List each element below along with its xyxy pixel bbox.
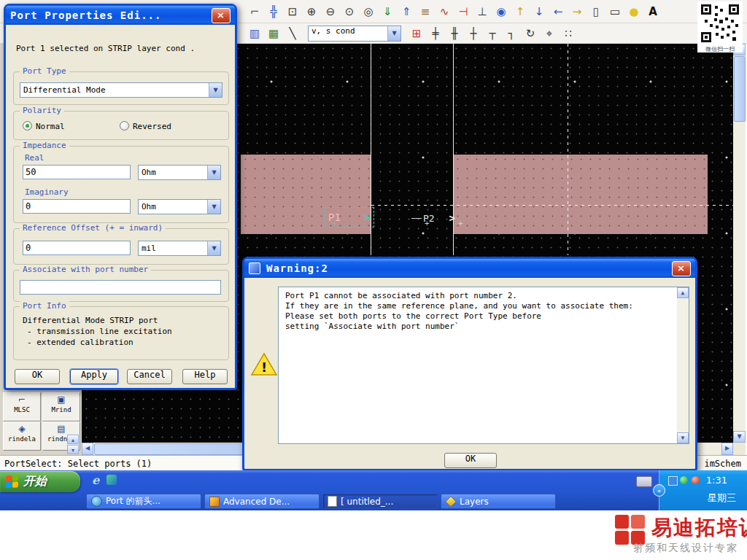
polarity-normal-option[interactable]: Normal xyxy=(23,121,65,131)
radio-reversed[interactable] xyxy=(120,121,129,131)
scroll-down-button[interactable]: ▼ xyxy=(677,432,689,443)
zoom-out-icon[interactable]: ⊖ xyxy=(321,4,340,20)
warning-scrollbar[interactable]: ▲ ▼ xyxy=(677,287,689,443)
coord-icon[interactable]: ⌖ xyxy=(540,26,559,42)
palette-item-rindela[interactable]: ◈ rindela xyxy=(3,421,41,451)
status-right-text: imSchem xyxy=(704,459,741,469)
import-icon[interactable]: ⇓ xyxy=(378,4,397,20)
real-unit-combo[interactable]: Ohm ▼ xyxy=(138,165,221,180)
chevron-down-icon[interactable]: ▼ xyxy=(387,26,400,41)
red-status-tray-icon[interactable] xyxy=(692,476,700,484)
chevron-down-icon[interactable]: ▼ xyxy=(207,200,220,214)
chevron-down-icon[interactable]: ▼ xyxy=(207,166,220,179)
port-p2[interactable]: P2 > xyxy=(411,209,455,228)
rotate-icon[interactable]: ↻ xyxy=(521,26,540,42)
arrow-right-icon[interactable]: → xyxy=(568,4,587,20)
help-button[interactable]: Help xyxy=(182,369,228,384)
palette-item-mlsc[interactable]: ⌐ MLSC xyxy=(3,392,41,421)
port-type-value: Differential Mode xyxy=(20,85,209,95)
arrow-left-icon[interactable]: ← xyxy=(549,4,568,20)
ok-button[interactable]: OK xyxy=(444,453,497,468)
radio-normal-label: Normal xyxy=(36,122,65,131)
zoom-area-icon[interactable]: ⊡ xyxy=(283,4,302,20)
draw-pin-icon[interactable]: ▦ xyxy=(264,26,283,42)
network-tray-icon[interactable] xyxy=(668,476,678,486)
rindnbr-icon: ▤ xyxy=(43,422,80,435)
canvas-vscrollbar[interactable]: ▲ ▼ xyxy=(733,44,746,443)
port-dialog-titlebar[interactable]: Port Properties Edi... × xyxy=(6,6,235,25)
port-p2-polarity-mark: + xyxy=(425,219,430,228)
scroll-down-button[interactable]: ▼ xyxy=(733,431,746,443)
rectangle-icon[interactable]: ▭ xyxy=(605,4,624,20)
polarity-reversed-option[interactable]: Reversed xyxy=(120,121,171,131)
imaginary-input[interactable] xyxy=(23,199,131,214)
stretch-icon[interactable]: ┼ xyxy=(464,26,483,42)
library-icon[interactable]: ≡ xyxy=(416,4,435,20)
close-icon[interactable]: × xyxy=(212,8,231,23)
export-icon[interactable]: ⇑ xyxy=(397,4,416,20)
printer-icon[interactable] xyxy=(636,476,652,487)
tee-icon[interactable]: ┬ xyxy=(483,26,502,42)
real-input[interactable] xyxy=(23,165,131,179)
warning-dialog-titlebar[interactable]: Warning:2 × xyxy=(244,259,695,278)
via-array-icon[interactable]: ▥ xyxy=(245,26,264,42)
cancel-button[interactable]: Cancel xyxy=(127,369,172,384)
associate-input[interactable] xyxy=(20,280,221,295)
quick-launch-app-icon[interactable] xyxy=(107,475,117,485)
close-icon[interactable]: × xyxy=(672,261,691,276)
palette-item-mrind[interactable]: ▣ Mrind xyxy=(42,392,80,421)
taskbar-item-untitled[interactable]: [ untitled_... xyxy=(322,494,438,509)
impedance-group: Impedance Real Ohm ▼ Imaginary Ohm ▼ xyxy=(13,146,229,223)
port-ref-icon[interactable]: ⊞ xyxy=(407,26,426,42)
layer-combo[interactable]: v, s cond ▼ xyxy=(308,26,401,42)
scroll-up-button[interactable]: ▲ xyxy=(677,287,689,298)
wire-icon[interactable]: ∿ xyxy=(435,4,454,20)
green-status-tray-icon[interactable] xyxy=(680,476,688,484)
ref-offset-unit-value: mil xyxy=(139,244,207,253)
polygon-icon[interactable]: ▯ xyxy=(587,4,605,20)
conductor-region-right[interactable] xyxy=(453,155,708,234)
tray-clock[interactable]: 1:31 xyxy=(706,475,727,486)
ref-offset-unit-combo[interactable]: mil ▼ xyxy=(138,241,221,256)
edge-port-icon[interactable]: ╪ xyxy=(426,26,445,42)
taskbar-item-port[interactable]: Port 的箭头... xyxy=(86,494,201,509)
scroll-right-button[interactable]: ▶ xyxy=(721,443,733,455)
quick-launch-ie-icon[interactable]: e xyxy=(89,473,102,486)
ground-icon[interactable]: ⊥ xyxy=(473,4,492,20)
port-dialog-title: Port Properties Edi... xyxy=(10,9,161,21)
zoom-point-icon[interactable]: ⊙ xyxy=(340,4,359,20)
arrow-up-icon[interactable]: ↑ xyxy=(511,4,530,20)
radio-normal[interactable] xyxy=(23,121,32,131)
zoom-full-icon[interactable]: ◎ xyxy=(359,4,378,20)
collapse-tray-button[interactable]: « xyxy=(653,484,665,497)
text-icon[interactable]: A xyxy=(643,4,662,20)
start-button[interactable]: 开始 xyxy=(0,471,80,492)
port-type-combo[interactable]: Differential Mode ▼ xyxy=(20,82,222,98)
grid-icon[interactable]: ∷ xyxy=(559,26,578,42)
taskbar-item-advanced-design[interactable]: Advanced De... xyxy=(204,494,320,509)
palette-scroll-down-button[interactable]: ▾ xyxy=(67,445,79,454)
vscroll-thumb[interactable] xyxy=(734,56,746,122)
corner-icon[interactable]: ┐ xyxy=(502,26,521,42)
polarity-group: Polarity Normal Reversed xyxy=(13,111,229,140)
move-icon[interactable]: ╬ xyxy=(264,4,283,20)
chevron-down-icon[interactable]: ▼ xyxy=(207,241,220,255)
line-icon[interactable]: ╲ xyxy=(283,26,302,42)
port-icon[interactable]: ⊣ xyxy=(454,4,473,20)
circle-icon[interactable]: ● xyxy=(624,4,643,20)
scroll-left-button[interactable]: ◀ xyxy=(82,443,93,455)
apply-button[interactable]: Apply xyxy=(70,369,118,384)
imaginary-unit-combo[interactable]: Ohm ▼ xyxy=(138,199,221,214)
via-icon[interactable]: ◉ xyxy=(492,4,511,20)
palette-scroll-up-button[interactable]: ▴ xyxy=(67,435,79,444)
offset-port-icon[interactable]: ╫ xyxy=(445,26,464,42)
taskbar-item-layers[interactable]: Layers xyxy=(441,494,556,509)
arrow-down-icon[interactable]: ↓ xyxy=(530,4,549,20)
ok-button[interactable]: OK xyxy=(15,369,60,384)
taskbar-item-label: Layers xyxy=(460,497,489,507)
port-selection-info: Port 1 selected on STRIP layer cond . xyxy=(16,44,195,53)
ref-offset-input[interactable] xyxy=(23,241,131,255)
zoom-in-icon[interactable]: ⊕ xyxy=(302,4,321,20)
chevron-down-icon[interactable]: ▼ xyxy=(209,83,222,97)
orient-icon[interactable]: ⌐ xyxy=(245,4,264,20)
